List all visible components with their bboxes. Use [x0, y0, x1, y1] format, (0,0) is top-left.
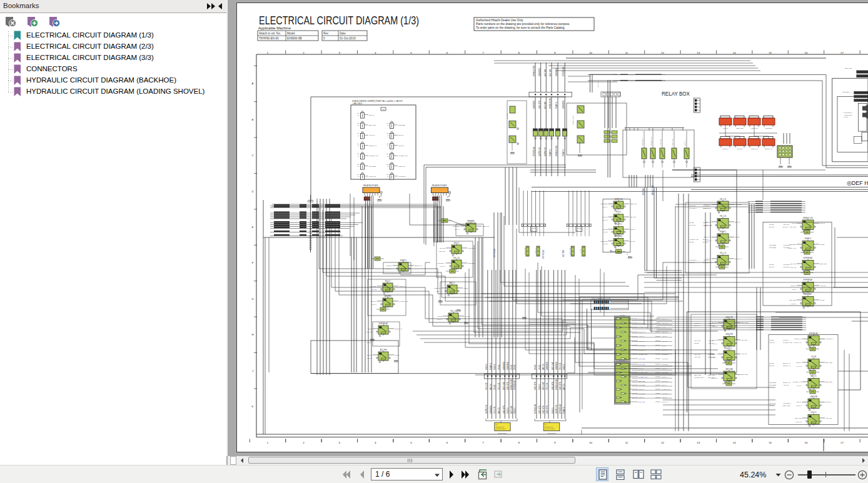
svg-text:SUPPLY M: SUPPLY M [708, 322, 715, 324]
svg-text:PUMP U: PUMP U [490, 363, 492, 370]
svg-text:DEF LINE: DEF LINE [795, 417, 802, 419]
svg-text:5A: 5A [358, 124, 360, 126]
svg-text:K: K [252, 405, 254, 408]
svg-text:HTR RELAY: HTR RELAY [783, 244, 792, 246]
svg-text:+ RELY BOX: + RELY BOX [352, 102, 362, 105]
svg-text:YEL 1.25: YEL 1.25 [450, 310, 457, 312]
svg-text:ACC WH: ACC WH [662, 341, 667, 342]
svg-text:LINE HTR: LINE HTR [538, 406, 541, 414]
svg-text:HTR RELAY: HTR RELAY [534, 404, 537, 414]
svg-text:PUMP U: PUMP U [555, 102, 558, 109]
svg-text:DEF LINE: DEF LINE [672, 139, 673, 146]
svg-text:YEL 1.25: YEL 1.25 [662, 322, 668, 324]
svg-text:8: 8 [518, 51, 520, 54]
svg-text:Applicable Machine: Applicable Machine [258, 26, 291, 30]
svg-text:HTR RELAY: HTR RELAY [468, 247, 477, 249]
svg-text:13: 13 [697, 441, 700, 444]
svg-text:5A: 5A [387, 124, 389, 126]
svg-text:CN-1B: CN-1B [735, 236, 740, 238]
svg-text:CN-1B: CN-1B [510, 364, 513, 370]
svg-text:ACC WH: ACC WH [790, 303, 796, 304]
svg-text:CN-1B: CN-1B [769, 405, 774, 407]
svg-text:5A: 5A [387, 135, 389, 136]
svg-text:Swing/Ld/Trvl: Swing/Ld/Trvl [545, 426, 554, 427]
svg-text:SUPPLY M: SUPPLY M [735, 258, 742, 260]
svg-text:G: G [251, 297, 253, 301]
svg-text:GRN/RED: GRN/RED [769, 382, 776, 384]
svg-text:SUPPLY M: SUPPLY M [794, 338, 802, 340]
svg-text:E: E [252, 226, 254, 229]
svg-text:CN-1B: CN-1B [580, 249, 582, 254]
svg-text:ACC WH: ACC WH [708, 342, 714, 344]
svg-text:15A: 15A [386, 132, 390, 134]
svg-text:8: 8 [518, 441, 520, 444]
svg-text:WH/BLK 0.85: WH/BLK 0.85 [572, 115, 574, 125]
svg-text:CN-1B: CN-1B [769, 362, 774, 364]
svg-text:CN-1B: CN-1B [820, 244, 825, 246]
svg-text:CN-1B: CN-1B [820, 299, 825, 301]
svg-text:ACC WH: ACC WH [369, 134, 375, 136]
svg-text:BAT 2.5: BAT 2.5 [797, 366, 802, 367]
svg-text:CN-1B: CN-1B [603, 229, 608, 231]
svg-text:2: 2 [303, 441, 305, 444]
svg-text:BB: BB [531, 229, 533, 231]
svg-text:SUPPLY M: SUPPLY M [638, 331, 645, 332]
svg-text:ACC WH: ACC WH [562, 250, 565, 257]
svg-text:10: 10 [589, 441, 592, 444]
svg-text:LINE HTR: LINE HTR [660, 139, 661, 146]
svg-text:DEF LINE: DEF LINE [708, 356, 715, 358]
svg-text:HTR RELAY: HTR RELAY [437, 262, 446, 264]
svg-text:CN-1B: CN-1B [769, 264, 774, 266]
svg-text:PUMP U: PUMP U [689, 262, 695, 264]
svg-text:GRN/RED: GRN/RED [638, 393, 645, 394]
svg-text:10A: 10A [357, 164, 360, 165]
svg-text:BAT 2.5: BAT 2.5 [620, 360, 625, 362]
svg-text:SIG 0.5: SIG 0.5 [369, 114, 375, 116]
svg-text:16: 16 [805, 441, 808, 444]
svg-text:HTR RELAY: HTR RELAY [379, 322, 388, 325]
svg-text:PUMP U: PUMP U [825, 401, 832, 403]
svg-text:GRN/RED: GRN/RED [638, 358, 645, 359]
svg-text:15A: 15A [386, 153, 390, 154]
svg-text:YEL 1.25: YEL 1.25 [493, 406, 496, 414]
svg-text:DEF LINE: DEF LINE [845, 67, 852, 69]
svg-text:17: 17 [840, 441, 844, 444]
svg-text:PUMP U: PUMP U [386, 265, 393, 267]
svg-text:HTR RELAY: HTR RELAY [559, 404, 562, 414]
svg-text:5A: 5A [387, 156, 389, 157]
svg-text:B: B [252, 118, 254, 121]
svg-text:5: 5 [410, 441, 412, 444]
svg-text:DEF LINE: DEF LINE [708, 377, 715, 379]
svg-text:DEF LINE: DEF LINE [638, 401, 645, 402]
svg-text:5A: 5A [387, 166, 389, 167]
svg-text:BAT 2.5: BAT 2.5 [791, 263, 797, 265]
svg-text:YEL 1.25: YEL 1.25 [720, 215, 727, 217]
svg-text:17: 17 [840, 51, 844, 54]
svg-text:DEF LINE: DEF LINE [741, 322, 748, 324]
svg-text:SIG 0.5: SIG 0.5 [638, 368, 644, 369]
svg-text:SIG 0.5: SIG 0.5 [811, 411, 817, 414]
svg-text:SUPPLY M: SUPPLY M [395, 328, 402, 330]
svg-text:D: D [251, 190, 253, 193]
svg-text:GRN/RED: GRN/RED [662, 372, 669, 373]
svg-text:10A: 10A [357, 143, 360, 144]
svg-text:YEL 1.25: YEL 1.25 [559, 362, 562, 370]
svg-text:01-Oct-2019: 01-Oct-2019 [340, 37, 356, 40]
svg-text:COPIER: COPIER [577, 227, 582, 229]
svg-text:YEL 1.25: YEL 1.25 [769, 402, 775, 404]
svg-text:ACC WH: ACC WH [454, 229, 460, 230]
svg-text:LINE HTR: LINE HTR [538, 101, 541, 109]
svg-text:0: 0 [323, 37, 325, 40]
svg-text:PUMP U: PUMP U [662, 368, 667, 369]
svg-text:YEL 1.25: YEL 1.25 [630, 216, 636, 218]
svg-text:BAT 2.5: BAT 2.5 [703, 241, 709, 243]
svg-text:DEF LINE: DEF LINE [825, 362, 832, 364]
svg-text:WH/BLK 0.85: WH/BLK 0.85 [794, 342, 802, 343]
svg-text:GRN/RED: GRN/RED [708, 354, 715, 356]
svg-text:15A: 15A [386, 122, 390, 124]
svg-text:LAMP: LAMP [844, 116, 848, 118]
svg-text:YEL 1.25: YEL 1.25 [498, 382, 500, 390]
svg-text:5A: 5A [358, 145, 360, 146]
svg-text:CN-1B: CN-1B [689, 222, 694, 224]
svg-text:CN-1B: CN-1B [493, 384, 496, 390]
